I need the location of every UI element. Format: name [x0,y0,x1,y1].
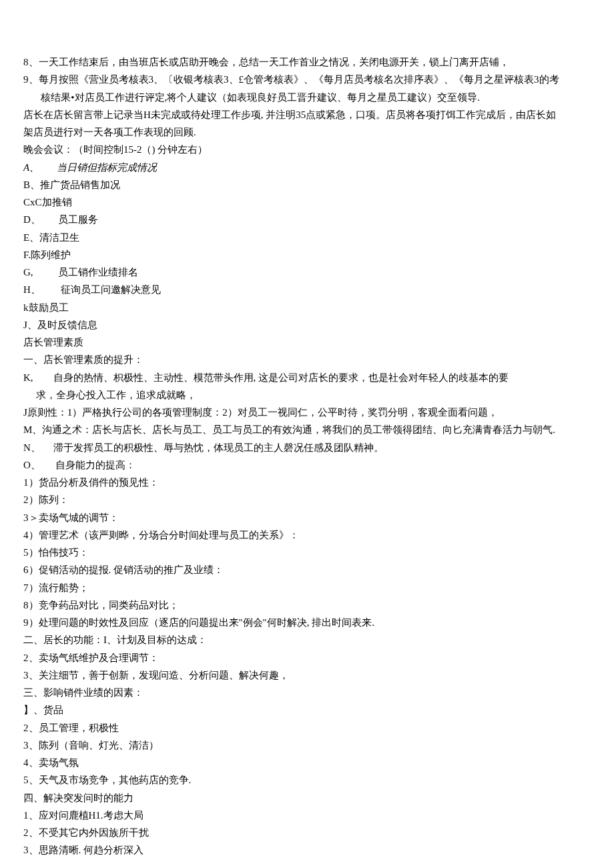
text-line: 晚会会议：（时间控制15-2（) 分钟左右） [23,141,591,158]
text-line: 店长管理素质 [23,334,591,351]
text-line: O、 自身能力的提高： [23,456,591,474]
text-line: J原则性：1）严格执行公司的各项管理制度：2）对员工一视同仁，公平时待，奖罚分明… [23,404,591,421]
text-line: 8、一天工作结束后，由当班店长或店助开晚会，总结一天工作首业之情况，关闭电源开关… [23,53,591,71]
text-line: N、 滞于发挥员工的积极性、辱与热忱，体现员工的主人磬况任感及团队精神。 [23,439,591,456]
text-line: 1）货品分析及俏件的预见性： [23,474,591,491]
text-line: CxC加推销 [23,193,591,211]
text-line: 一、店长管理素质的提升： [23,351,591,368]
text-line: B、推广货品销售加况 [23,176,591,193]
text-line: D、 员工服务 [23,211,591,228]
text-line: 2、卖场气纸维护及合理调节： [23,649,591,667]
text-line: 2、员工管理，积极性 [23,719,591,737]
text-line: K, 自身的热情、枳极性、主动性、模范带头作用, 这是公司对店长的要求，也是社会… [23,369,591,386]
text-line: 5）怕伟技巧： [23,544,591,561]
text-line: J、及时反馈信息 [23,316,591,334]
text-line: 4、卖场气氛 [23,754,591,771]
text-line: 二、居长的功能：I、计划及目标的达成： [23,631,591,648]
text-line: 】、货品 [23,701,591,719]
text-line: k鼓励员工 [23,299,591,316]
text-line: G, 员工销作业绩排名 [23,264,591,281]
text-line: 8）竞争药品对比，同类药品对比； [23,596,591,614]
text-line: 3、思路清晰. 何趋分析深入 [23,841,591,859]
text-line: A、 当日销但指标完成情况 [23,159,591,176]
text-line: 店长在店长留言带上记录当H未完成或待处理工作步项, 并注明35点或紧急，口项。店… [23,106,591,123]
text-line: H、 征询员工问邀解决意见 [23,281,591,298]
text-line: 核结果•对店员工作进行评定,将个人建议（如表现良好员工晋升建议、每月之星员工建议… [23,89,591,106]
text-line: 2、不受其它内外因族所干扰 [23,824,591,841]
text-line: 3＞卖场气城的调节： [23,509,591,526]
text-line: F.陈列维护 [23,246,591,264]
text-line: 四、解决突发问时的能力 [23,789,591,807]
text-line: 三、影响销件业绩的因素： [23,684,591,701]
text-line: 9、每月按照《营业员考核表3、〔收银考核表3、£仓管考核表》、《每月店员考核名次… [23,71,591,88]
text-line: 求，全身心投入工作，追求成就略， [23,386,591,404]
text-line: 4）管理艺术（该严则晔，分场合分时间处理与员工的关系》： [23,526,591,544]
text-line: 3、关注细节，善于创新，发现问造、分析问题、解决何趣， [23,667,591,684]
text-line: 3、陈列（音响、灯光、清洁） [23,737,591,754]
text-line: 1、应对问鹿植H1.考虑大局 [23,807,591,824]
text-line: M、沟通之术：店长与店长、店长与员工、员工与员工的有效沟通，将我们的员工带领得团… [23,421,591,438]
text-line: 2）陈列： [23,491,591,508]
text-line: 6）促销活动的提报. 促销活动的推广及业绩： [23,561,591,578]
text-line: E、清洁卫生 [23,229,591,246]
text-line: 架店员进行对一天各项工作表现的回顾. [23,123,591,141]
text-line: 9）处理问题的时效性及回应（逐店的问题提出来"例会"何时解决, 排出时间表来. [23,614,591,631]
text-line: 5、天气及市场竞争，其他药店的竞争. [23,771,591,789]
text-line: 7）流行船势； [23,579,591,596]
